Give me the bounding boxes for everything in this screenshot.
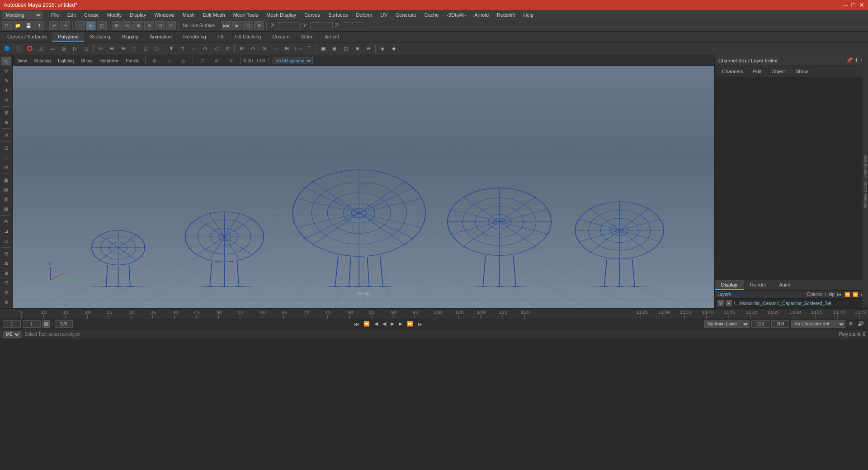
menu-3dto-all[interactable]: -3DtoAll- bbox=[443, 11, 470, 19]
vp-smooth-btn[interactable]: ⊙ bbox=[164, 55, 175, 66]
tab-custom[interactable]: Custom bbox=[267, 33, 295, 42]
collapse-icon[interactable]: ⊗ bbox=[236, 43, 247, 54]
close-btn[interactable]: ✕ bbox=[859, 1, 864, 9]
panel-pin-btn[interactable]: 📌 bbox=[846, 57, 853, 63]
grow-select-icon[interactable]: ⊕ bbox=[352, 43, 363, 54]
measure-btn[interactable]: ⊿ bbox=[1, 227, 11, 235]
snap-live-btn[interactable]: ⊙ bbox=[166, 21, 176, 30]
menu-file[interactable]: File bbox=[47, 11, 63, 19]
select-hierarchy-btn[interactable]: ⋮ bbox=[75, 21, 85, 30]
panels-menu-btn[interactable]: Panels bbox=[124, 58, 142, 64]
sculpt-btn[interactable]: ◎ bbox=[1, 163, 11, 171]
select-loop-icon[interactable]: ◉ bbox=[329, 43, 340, 54]
play-fwd-btn[interactable]: ▶ bbox=[389, 320, 396, 327]
show-tab[interactable]: Show bbox=[791, 68, 813, 75]
select-region-icon[interactable]: ◫ bbox=[340, 43, 351, 54]
anim-layer-select[interactable]: No Anim Layer bbox=[704, 320, 750, 328]
new-btn[interactable]: 🗋 bbox=[2, 21, 12, 30]
layer-playback-btn[interactable]: P bbox=[726, 300, 732, 306]
snap-pts-btn[interactable]: ⊡ bbox=[1, 144, 11, 152]
tab-xgen[interactable]: XGen bbox=[295, 33, 319, 42]
bridge-icon[interactable]: ⊓ bbox=[177, 43, 188, 54]
menu-edit-mesh[interactable]: Edit Mesh bbox=[199, 11, 229, 19]
cone-icon[interactable]: △ bbox=[36, 43, 47, 54]
tab-animation[interactable]: Animation bbox=[144, 33, 177, 42]
save-btn[interactable]: 💾 bbox=[24, 21, 33, 30]
pyramid-icon[interactable]: △ bbox=[81, 43, 92, 54]
menu-edit[interactable]: Edit bbox=[64, 11, 80, 19]
triangulate-icon[interactable]: △ bbox=[140, 43, 151, 54]
vp-res-btn[interactable]: ⊗ bbox=[226, 55, 236, 66]
menu-generate[interactable]: Generate bbox=[392, 11, 420, 19]
insert-loop-icon[interactable]: ≡ bbox=[270, 43, 281, 54]
menu-arnold[interactable]: Arnold bbox=[471, 11, 492, 19]
settings-btn5[interactable]: ⊘ bbox=[1, 288, 11, 296]
start-frame-input[interactable] bbox=[3, 320, 21, 328]
select-component-btn[interactable]: ◻ bbox=[97, 21, 107, 30]
next-key-btn[interactable]: ▶ bbox=[397, 320, 404, 327]
undo-btn[interactable]: ↩ bbox=[49, 21, 59, 30]
menu-cache[interactable]: Cache bbox=[421, 11, 443, 19]
timeline-settings-btn[interactable]: ⚙ bbox=[847, 320, 854, 327]
paint-weights-btn[interactable]: ▦ bbox=[1, 175, 11, 184]
maximize-btn[interactable]: □ bbox=[852, 1, 855, 9]
torus-icon[interactable]: ◎ bbox=[58, 43, 69, 54]
tab-rendering[interactable]: Rendering bbox=[178, 33, 212, 42]
prev-frame-btn[interactable]: ⏪ bbox=[362, 320, 371, 327]
offset-loop-icon[interactable]: ⊞ bbox=[281, 43, 292, 54]
render-btn[interactable]: □ bbox=[1, 236, 11, 245]
universal-tool-btn[interactable]: ⊕ bbox=[1, 118, 11, 127]
redo-btn[interactable]: ↪ bbox=[60, 21, 70, 30]
cylinder-icon[interactable]: ⭕ bbox=[24, 43, 35, 54]
scale-tool-btn[interactable]: ⊞ bbox=[1, 108, 11, 117]
quadrangulate-icon[interactable]: □ bbox=[151, 43, 162, 54]
mode-select[interactable]: Modeling bbox=[2, 11, 42, 19]
split-icon[interactable]: ⊘ bbox=[259, 43, 269, 54]
paint-select-btn[interactable]: ✎ bbox=[1, 76, 11, 85]
select-object-btn[interactable]: ◈ bbox=[86, 21, 96, 30]
attribute-editor-tab[interactable]: Attribute Editor / Channel Box bbox=[862, 55, 868, 308]
shading-menu-btn[interactable]: Shading bbox=[33, 58, 53, 64]
go-start-btn[interactable]: ⏮ bbox=[353, 321, 360, 327]
extrude-icon[interactable]: ⬆ bbox=[165, 43, 176, 54]
tab-sculpting[interactable]: Sculpting bbox=[85, 33, 116, 42]
lasso-select-btn[interactable]: ⟳ bbox=[1, 66, 11, 75]
prism-icon[interactable]: ▷ bbox=[70, 43, 80, 54]
menu-create[interactable]: Create bbox=[80, 11, 103, 19]
rotate-tool-btn[interactable]: ↻ bbox=[1, 95, 11, 104]
menu-uv[interactable]: UV bbox=[377, 11, 391, 19]
fill-hole-icon[interactable]: ⊜ bbox=[199, 43, 210, 54]
shrink-select-icon[interactable]: ⊖ bbox=[363, 43, 374, 54]
channels-tab[interactable]: Channels bbox=[717, 68, 747, 75]
layer-visibility-btn[interactable]: V bbox=[717, 300, 724, 306]
edit-tab[interactable]: Edit bbox=[748, 68, 766, 75]
command-mode-select[interactable]: MEL Python bbox=[3, 331, 21, 338]
render-frame-btn[interactable]: ▶ bbox=[232, 21, 242, 30]
tab-polygons[interactable]: Polygons bbox=[52, 33, 84, 42]
current-frame-input[interactable] bbox=[23, 320, 41, 328]
object-tab[interactable]: Object bbox=[767, 68, 790, 75]
snap-curve-btn[interactable]: ∿ bbox=[123, 21, 132, 30]
menu-modify[interactable]: Modify bbox=[104, 11, 125, 19]
prev-key-btn[interactable]: ◀ bbox=[373, 320, 379, 327]
open-btn[interactable]: 📁 bbox=[13, 21, 23, 30]
menu-redshift[interactable]: Redshift bbox=[493, 11, 519, 19]
panel-float-btn[interactable]: ⬆ bbox=[854, 57, 859, 63]
smooth-icon[interactable]: ◌ bbox=[129, 43, 140, 54]
move-tool-btn[interactable]: ✛ bbox=[1, 86, 11, 94]
display-tab[interactable]: Display bbox=[715, 280, 744, 290]
paint-attr-btn[interactable]: ▥ bbox=[1, 195, 11, 203]
wedge-icon[interactable]: ◁ bbox=[211, 43, 222, 54]
next-frame-btn[interactable]: ⏩ bbox=[406, 320, 415, 327]
tab-curves-surfaces[interactable]: Curves / Surfaces bbox=[2, 33, 52, 42]
menu-deform[interactable]: Deform bbox=[352, 11, 376, 19]
settings-btn3[interactable]: ⊞ bbox=[1, 268, 11, 277]
sphere-icon[interactable]: 🔵 bbox=[2, 43, 13, 54]
vp-grid-btn[interactable]: ⊡ bbox=[197, 55, 208, 66]
menu-curves[interactable]: Curves bbox=[301, 11, 324, 19]
window-controls[interactable]: ─ □ ✕ bbox=[844, 1, 864, 9]
settings-btn2[interactable]: ⊠ bbox=[1, 259, 11, 268]
show-menu-btn[interactable]: Show bbox=[79, 58, 94, 64]
artisan-btn[interactable]: ▧ bbox=[1, 205, 11, 213]
menu-help[interactable]: Help bbox=[519, 11, 537, 19]
